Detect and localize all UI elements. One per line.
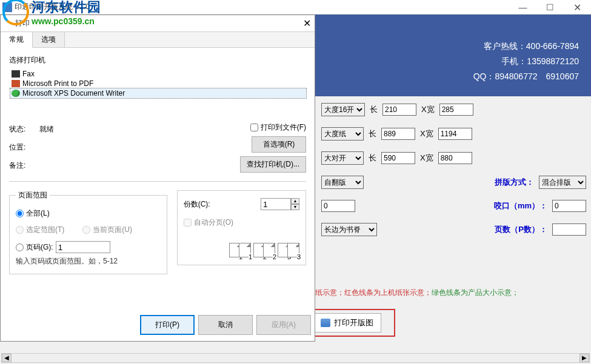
radio-pages[interactable]: 页码(G): [16,241,161,253]
minimize-button[interactable]: ― [509,0,536,15]
radio-selection: 选定范围(T) [16,225,64,235]
hotline-value: 400-666-7894 [526,41,579,51]
status-label: 状态: [9,124,39,134]
fax-icon [12,70,20,78]
print-layout-button[interactable]: 打印开版图 [313,313,381,333]
extra-input[interactable] [321,200,355,212]
app-icon [2,2,12,12]
print-button[interactable]: 打印(P) [140,315,195,335]
layout-mode-select[interactable]: 混合排版 [539,176,586,189]
size-row-3: 大对开 长 X宽 [321,151,586,165]
scroll-right-icon[interactable]: ▶ [579,354,589,362]
pdf-printer-icon [12,80,20,87]
collate-checkbox: 自动分页(O) [184,217,233,228]
printer-item-pdf[interactable]: Microsoft Print to PDF [10,79,306,88]
print-to-file-checkbox[interactable]: 打印到文件(F) [250,122,306,133]
find-printer-button[interactable]: 查找打印机(D)... [240,156,306,173]
dialog-title: 打印 [4,18,30,28]
size2-width[interactable] [438,128,472,140]
app-title: 印通印刷开版系统 V1.0 [15,2,90,12]
comment-label: 备注: [9,160,39,171]
select-printer-label: 选择打印机 [9,55,306,65]
size-row-2: 大度纸 长 X宽 [321,127,586,141]
layout-mode-label: 拼版方式： [495,177,534,188]
tab-general[interactable]: 常规 [1,32,33,48]
size3-length[interactable] [381,152,415,164]
size3-select[interactable]: 大对开 [321,151,364,165]
imposition-form: 大度16开 长 X宽 大度纸 长 X宽 大对开 长 X宽 自翻版 拼版方式： 混… [321,103,586,236]
location-label: 位置: [9,142,39,153]
size1-length[interactable] [382,104,416,116]
mobile-value: 13598872120 [527,56,579,66]
size3-width[interactable] [438,152,472,164]
main-titlebar: 印通印刷开版系统 V1.0 ― ☐ ✕ [0,0,591,15]
mobile-label: 手机： [501,56,527,66]
hotline-label: 客户热线： [484,41,526,51]
printer-item-fax[interactable]: Fax [10,69,306,79]
bite-input[interactable] [552,200,586,212]
printer-icon [321,319,330,327]
spinner-up-icon[interactable]: ▲ [291,198,299,204]
bite-label: 咬口（mm）： [494,200,547,211]
radio-current: 当前页面(U) [82,225,132,235]
dialog-close-icon[interactable]: ✕ [303,18,311,29]
page-range-hint: 输入页码或页面范围。如，5-12 [16,256,161,266]
pages-input[interactable] [552,223,586,236]
qq-label: QQ： [473,71,495,81]
radio-all[interactable]: 全部(L) [16,208,161,219]
size2-select[interactable]: 大度纸 [321,127,364,141]
cancel-button[interactable]: 取消 [198,315,253,335]
status-value: 就绪 [39,124,161,134]
qq-value: 894806772 6910607 [495,71,579,81]
spine-select[interactable]: 长边为书脊 [321,223,377,236]
pages-label: 页数（P数）： [495,224,547,235]
scroll-left-icon[interactable]: ◀ [2,354,12,362]
dialog-tabs: 常规 选项 [1,32,315,48]
size1-width[interactable] [439,104,473,116]
maximize-button[interactable]: ☐ [536,0,564,15]
tab-options[interactable]: 选项 [33,32,65,47]
copies-spinner[interactable]: ▲▼ [261,198,299,210]
size-row-1: 大度16开 长 X宽 [321,103,586,116]
collate-preview-icons: 11 22 33 [184,243,299,257]
flip-select[interactable]: 自翻版 [321,176,364,189]
size2-length[interactable] [381,128,415,140]
horizontal-scrollbar[interactable]: ◀ ▶ [1,353,590,363]
size1-select[interactable]: 大度16开 [321,103,365,116]
pages-input[interactable] [56,241,110,253]
printer-item-xps[interactable]: Microsoft XPS Document Writer [10,88,306,98]
apply-button: 应用(A) [256,315,311,335]
spinner-down-icon[interactable]: ▼ [291,204,299,210]
preferences-button[interactable]: 首选项(R) [252,136,306,153]
copies-label: 份数(C): [184,199,210,210]
print-dialog: 打印 ✕ 常规 选项 选择打印机 Fax Microsoft Print to … [0,15,315,342]
printer-list[interactable]: Fax Microsoft Print to PDF Microsoft XPS… [9,68,306,110]
page-range-legend: 页面范围 [16,190,50,200]
close-button[interactable]: ✕ [564,0,591,15]
xps-printer-icon [12,90,20,97]
legend-hint: 纸示意；红色线条为上机纸张示意；绿色线条为产品大小示意； [315,288,585,298]
